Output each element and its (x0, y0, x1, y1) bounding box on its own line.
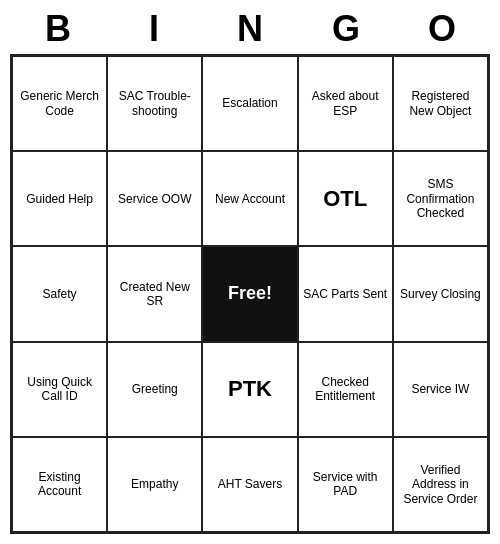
bingo-cell: Free! (202, 246, 297, 341)
bingo-cell: Greeting (107, 342, 202, 437)
bingo-cell: PTK (202, 342, 297, 437)
bingo-cell: Safety (12, 246, 107, 341)
bingo-cell: Guided Help (12, 151, 107, 246)
bingo-cell: Created New SR (107, 246, 202, 341)
bingo-cell: New Account (202, 151, 297, 246)
bingo-cell: Verified Address in Service Order (393, 437, 488, 532)
bingo-cell: SAC Trouble-shooting (107, 56, 202, 151)
header-letter: G (298, 8, 394, 50)
header-letter: I (106, 8, 202, 50)
bingo-cell: Checked Entitlement (298, 342, 393, 437)
header-letter: N (202, 8, 298, 50)
bingo-cell: Survey Closing (393, 246, 488, 341)
bingo-cell: Generic Merch Code (12, 56, 107, 151)
bingo-cell: Service IW (393, 342, 488, 437)
bingo-header: BINGO (10, 8, 490, 50)
header-letter: O (394, 8, 490, 50)
header-letter: B (10, 8, 106, 50)
bingo-cell: Empathy (107, 437, 202, 532)
bingo-cell: Using Quick Call ID (12, 342, 107, 437)
bingo-cell: Existing Account (12, 437, 107, 532)
bingo-cell: OTL (298, 151, 393, 246)
bingo-cell: Service with PAD (298, 437, 393, 532)
bingo-cell: Registered New Object (393, 56, 488, 151)
bingo-cell: Service OOW (107, 151, 202, 246)
bingo-cell: Asked about ESP (298, 56, 393, 151)
bingo-cell: AHT Savers (202, 437, 297, 532)
bingo-grid: Generic Merch CodeSAC Trouble-shootingEs… (10, 54, 490, 534)
bingo-cell: SMS Confirmation Checked (393, 151, 488, 246)
bingo-cell: SAC Parts Sent (298, 246, 393, 341)
bingo-cell: Escalation (202, 56, 297, 151)
